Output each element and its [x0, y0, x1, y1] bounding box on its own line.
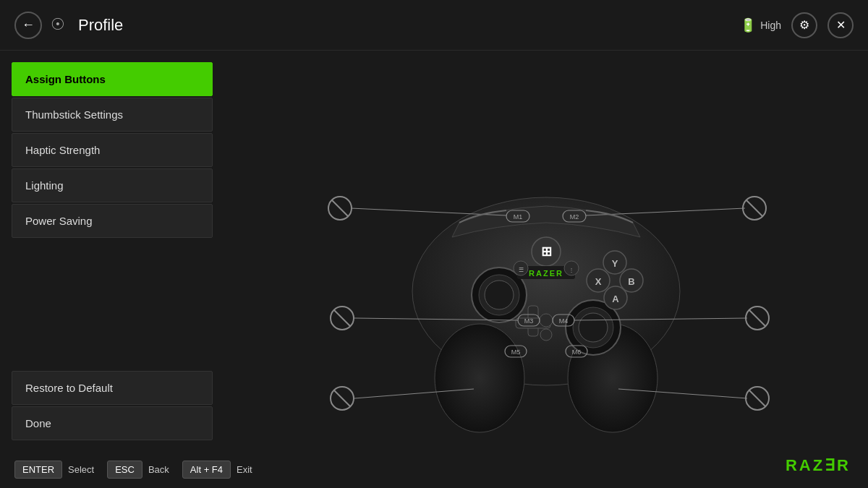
svg-rect-29	[506, 210, 529, 222]
svg-point-4	[479, 275, 519, 315]
svg-text:☰: ☰	[519, 267, 524, 273]
svg-line-53	[354, 389, 474, 398]
svg-point-3	[472, 267, 527, 322]
main-layout: Assign Buttons Thumbstick Settings Hapti…	[0, 51, 868, 488]
svg-line-49	[334, 310, 350, 326]
svg-text:B: B	[628, 276, 634, 287]
svg-point-51	[746, 307, 769, 330]
svg-text:X: X	[595, 276, 602, 287]
content-area: ⊞ RAZER ☰ ⋮ Y B	[224, 51, 868, 488]
svg-text:⋮: ⋮	[569, 267, 574, 273]
svg-point-8	[579, 313, 608, 342]
svg-line-41	[351, 208, 506, 215]
svg-point-45	[743, 197, 766, 220]
svg-point-25	[604, 286, 627, 309]
svg-line-55	[334, 390, 350, 406]
svg-text:⊞: ⊞	[541, 244, 552, 259]
svg-point-6	[566, 300, 621, 355]
svg-point-42	[328, 197, 352, 220]
altf4-label: Exit	[237, 464, 252, 475]
svg-point-21	[603, 251, 626, 274]
svg-text:A: A	[612, 294, 619, 304]
svg-point-2	[568, 324, 658, 432]
sidebar-item-lighting[interactable]: Lighting	[12, 168, 213, 202]
svg-text:Y: Y	[612, 258, 618, 269]
svg-text:M1: M1	[514, 213, 523, 221]
svg-text:M5: M5	[511, 348, 521, 356]
settings-icon: ⚙	[799, 18, 809, 32]
close-button[interactable]: ✕	[827, 12, 854, 38]
svg-text:M3: M3	[524, 317, 534, 325]
svg-line-58	[749, 390, 765, 406]
svg-text:M4: M4	[559, 317, 569, 325]
enter-label: Select	[68, 464, 94, 475]
restore-default-button[interactable]: Restore to Default	[12, 371, 213, 405]
svg-text:M6: M6	[572, 348, 582, 356]
back-button[interactable]: ←	[14, 12, 42, 39]
svg-point-20	[540, 329, 552, 341]
svg-rect-9	[528, 306, 538, 336]
svg-point-15	[514, 261, 528, 275]
razer-logo: RAZ∃R	[786, 456, 851, 475]
sidebar-item-haptic[interactable]: Haptic Strength	[12, 133, 213, 167]
svg-line-47	[354, 318, 518, 320]
svg-rect-35	[553, 314, 574, 326]
svg-line-46	[746, 200, 762, 216]
svg-point-57	[746, 387, 769, 410]
svg-point-0	[412, 197, 680, 385]
svg-point-5	[485, 281, 514, 309]
enter-key: ENTER	[14, 461, 62, 479]
svg-rect-13	[517, 266, 575, 279]
battery-info: 🔋 High	[740, 17, 781, 33]
close-icon: ✕	[836, 18, 846, 32]
profile-icon: ☉	[51, 15, 71, 35]
altf4-key: Alt + F4	[182, 461, 231, 479]
battery-level: High	[760, 20, 781, 31]
svg-line-50	[574, 318, 747, 320]
svg-point-11	[532, 237, 561, 266]
svg-line-52	[749, 310, 765, 326]
svg-line-43	[332, 200, 348, 216]
page-title: Profile	[78, 16, 123, 35]
header-controls: 🔋 High ⚙ ✕	[740, 12, 854, 38]
sidebar-item-assign-buttons[interactable]: Assign Buttons	[12, 62, 213, 96]
settings-button[interactable]: ⚙	[791, 12, 817, 38]
svg-point-19	[540, 314, 553, 327]
svg-point-54	[331, 387, 354, 410]
svg-point-23	[620, 269, 643, 292]
svg-line-56	[618, 389, 747, 398]
done-button[interactable]: Done	[12, 406, 213, 440]
controller-diagram: ⊞ RAZER ☰ ⋮ Y B	[286, 96, 807, 443]
svg-point-17	[564, 261, 579, 275]
sidebar-item-thumbstick[interactable]: Thumbstick Settings	[12, 98, 213, 132]
svg-rect-10	[516, 318, 550, 328]
svg-point-48	[331, 307, 354, 330]
svg-rect-33	[518, 314, 540, 326]
svg-rect-37	[505, 346, 527, 357]
svg-text:M2: M2	[570, 213, 579, 221]
svg-rect-31	[563, 210, 586, 222]
sidebar-item-power-saving[interactable]: Power Saving	[12, 204, 213, 238]
esc-key: ESC	[107, 461, 142, 479]
svg-rect-39	[566, 346, 587, 357]
svg-text:RAZER: RAZER	[529, 269, 563, 278]
svg-point-27	[587, 269, 610, 292]
svg-line-44	[586, 208, 745, 215]
back-icon: ←	[22, 17, 35, 33]
controller-container: ⊞ RAZER ☰ ⋮ Y B	[286, 96, 807, 443]
svg-point-7	[573, 307, 613, 348]
sidebar: Assign Buttons Thumbstick Settings Hapti…	[0, 51, 224, 488]
esc-label: Back	[148, 464, 169, 475]
battery-icon: 🔋	[740, 17, 756, 33]
footer: ENTER Select ESC Back Alt + F4 Exit RAZ∃…	[0, 450, 868, 488]
header: ← ☉ Profile 🔋 High ⚙ ✕	[0, 0, 868, 51]
svg-point-1	[435, 324, 524, 432]
sidebar-bottom: Restore to Default Done	[12, 371, 213, 440]
